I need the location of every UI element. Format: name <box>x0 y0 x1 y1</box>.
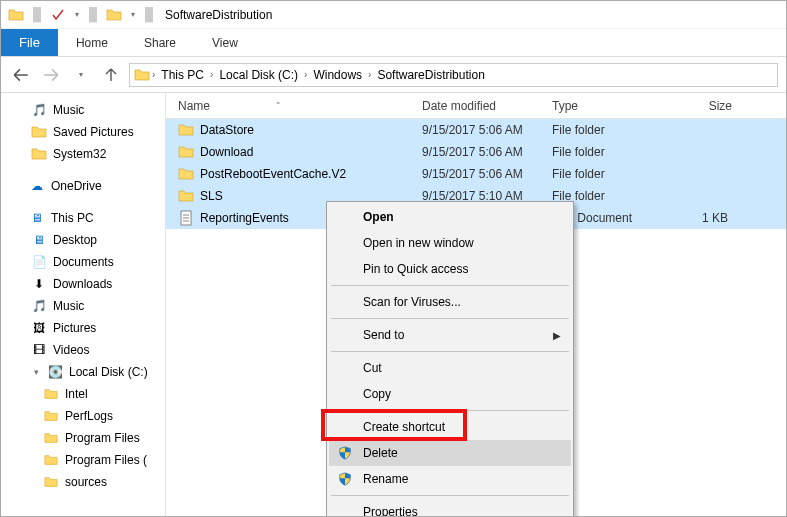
separator <box>331 495 569 496</box>
folder-icon <box>31 146 47 162</box>
ctx-cut[interactable]: Cut <box>329 355 571 381</box>
sidebar-item-music[interactable]: 🎵Music <box>1 295 165 317</box>
context-menu: Open Open in new window Pin to Quick acc… <box>326 201 574 517</box>
breadcrumb-thispc[interactable]: This PC <box>157 68 208 82</box>
separator <box>331 285 569 286</box>
sidebar-item-intel[interactable]: Intel <box>1 383 165 405</box>
file-tab[interactable]: File <box>1 29 58 56</box>
tab-home[interactable]: Home <box>58 29 126 56</box>
folder-icon <box>178 166 194 182</box>
drive-icon: 💽 <box>47 364 63 380</box>
sidebar-item-videos[interactable]: 🎞Videos <box>1 339 165 361</box>
title-bar: ▾ ▾ SoftwareDistribution <box>1 1 786 29</box>
breadcrumb-current[interactable]: SoftwareDistribution <box>373 68 488 82</box>
qat-dropdown-icon[interactable]: ▾ <box>127 4 139 26</box>
quick-access-toolbar: ▾ ▾ <box>5 4 157 26</box>
ctx-delete[interactable]: Delete <box>329 440 571 466</box>
desktop-icon: 🖥 <box>31 232 47 248</box>
sidebar-item-pictures[interactable]: 🖼Pictures <box>1 317 165 339</box>
sidebar-item-programfiles-x86[interactable]: Program Files ( <box>1 449 165 471</box>
file-type: File folder <box>552 123 672 137</box>
video-icon: 🎞 <box>31 342 47 358</box>
qat-dropdown-icon[interactable]: ▾ <box>71 4 83 26</box>
sidebar-item-perflogs[interactable]: PerfLogs <box>1 405 165 427</box>
cloud-icon: ☁ <box>29 178 45 194</box>
folder-icon[interactable] <box>5 4 27 26</box>
expander-icon[interactable]: ▾ <box>31 367 41 377</box>
music-icon: 🎵 <box>31 102 47 118</box>
chevron-right-icon[interactable]: › <box>152 69 155 80</box>
sort-ascending-icon: ˄ <box>276 101 281 111</box>
window-title: SoftwareDistribution <box>165 8 272 22</box>
ribbon-tabs: File Home Share View <box>1 29 786 57</box>
back-button[interactable] <box>9 63 33 87</box>
folder-icon <box>43 430 59 446</box>
separator <box>331 318 569 319</box>
folder-icon <box>178 144 194 160</box>
file-icon <box>178 210 194 226</box>
folder-icon <box>31 124 47 140</box>
up-button[interactable] <box>99 63 123 87</box>
breadcrumb-windows[interactable]: Windows <box>309 68 366 82</box>
folder-icon <box>43 408 59 424</box>
separator <box>331 351 569 352</box>
ctx-pin-quick-access[interactable]: Pin to Quick access <box>329 256 571 282</box>
file-name: Download <box>200 145 253 159</box>
file-name: SLS <box>200 189 223 203</box>
column-header-size[interactable]: Size <box>672 99 732 113</box>
sidebar-item-onedrive[interactable]: ☁OneDrive <box>1 175 165 197</box>
sidebar-item-thispc[interactable]: 🖥This PC <box>1 207 165 229</box>
tab-view[interactable]: View <box>194 29 256 56</box>
sidebar-item-system32[interactable]: System32 <box>1 143 165 165</box>
folder-icon <box>43 452 59 468</box>
chevron-right-icon[interactable]: › <box>210 69 213 80</box>
ctx-scan-viruses[interactable]: Scan for Viruses... <box>329 289 571 315</box>
ctx-send-to[interactable]: Send to▶ <box>329 322 571 348</box>
file-name: PostRebootEventCache.V2 <box>200 167 346 181</box>
tab-share[interactable]: Share <box>126 29 194 56</box>
file-row[interactable]: DataStore9/15/2017 5:06 AMFile folder <box>166 119 786 141</box>
ctx-rename[interactable]: Rename <box>329 466 571 492</box>
file-size: 1 KB <box>672 211 732 225</box>
ctx-open-new-window[interactable]: Open in new window <box>329 230 571 256</box>
file-date: 9/15/2017 5:06 AM <box>422 145 552 159</box>
breadcrumb-drive[interactable]: Local Disk (C:) <box>215 68 302 82</box>
ctx-create-shortcut[interactable]: Create shortcut <box>329 414 571 440</box>
sidebar-item-documents[interactable]: 📄Documents <box>1 251 165 273</box>
column-header-name[interactable]: Name˄ <box>174 99 422 113</box>
file-row[interactable]: PostRebootEventCache.V29/15/2017 5:06 AM… <box>166 163 786 185</box>
file-date: 9/15/2017 5:06 AM <box>422 123 552 137</box>
folder-icon <box>43 474 59 490</box>
folder-icon <box>43 386 59 402</box>
column-header-date[interactable]: Date modified <box>422 99 552 113</box>
navigation-pane: 🎵Music Saved Pictures System32 ☁OneDrive… <box>1 93 166 517</box>
sidebar-item-desktop[interactable]: 🖥Desktop <box>1 229 165 251</box>
recent-dropdown[interactable]: ▾ <box>69 63 93 87</box>
properties-icon[interactable] <box>47 4 69 26</box>
address-bar[interactable]: › This PC › Local Disk (C:) › Windows › … <box>129 63 778 87</box>
folder-up-icon[interactable] <box>103 4 125 26</box>
file-name: ReportingEvents <box>200 211 289 225</box>
music-icon: 🎵 <box>31 298 47 314</box>
forward-button[interactable] <box>39 63 63 87</box>
file-row[interactable]: Download9/15/2017 5:06 AMFile folder <box>166 141 786 163</box>
file-date: 9/15/2017 5:06 AM <box>422 167 552 181</box>
sidebar-item-programfiles[interactable]: Program Files <box>1 427 165 449</box>
file-type: File folder <box>552 145 672 159</box>
sidebar-item-downloads[interactable]: ⬇Downloads <box>1 273 165 295</box>
ctx-open[interactable]: Open <box>329 204 571 230</box>
chevron-right-icon[interactable]: › <box>304 69 307 80</box>
chevron-right-icon[interactable]: › <box>368 69 371 80</box>
uac-shield-icon <box>337 471 353 487</box>
ctx-properties[interactable]: Properties <box>329 499 571 517</box>
file-type: File folder <box>552 167 672 181</box>
folder-icon <box>134 67 150 83</box>
sidebar-item-localdisk[interactable]: ▾💽Local Disk (C:) <box>1 361 165 383</box>
sidebar-item-music[interactable]: 🎵Music <box>1 99 165 121</box>
computer-icon: 🖥 <box>29 210 45 226</box>
sidebar-item-saved-pictures[interactable]: Saved Pictures <box>1 121 165 143</box>
column-header-type[interactable]: Type <box>552 99 672 113</box>
sidebar-item-sources[interactable]: sources <box>1 471 165 493</box>
uac-shield-icon <box>337 445 353 461</box>
ctx-copy[interactable]: Copy <box>329 381 571 407</box>
